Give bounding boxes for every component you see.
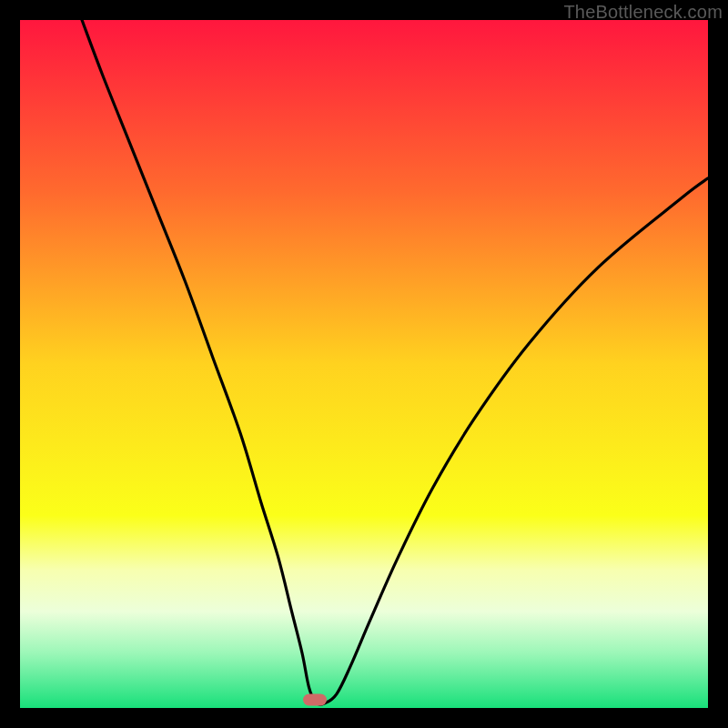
bottleneck-curve: [20, 20, 708, 708]
plot-area: [20, 20, 708, 708]
watermark-text: TheBottleneck.com: [563, 2, 723, 23]
optimum-marker-icon: [303, 694, 327, 706]
chart-frame: TheBottleneck.com: [0, 0, 728, 728]
